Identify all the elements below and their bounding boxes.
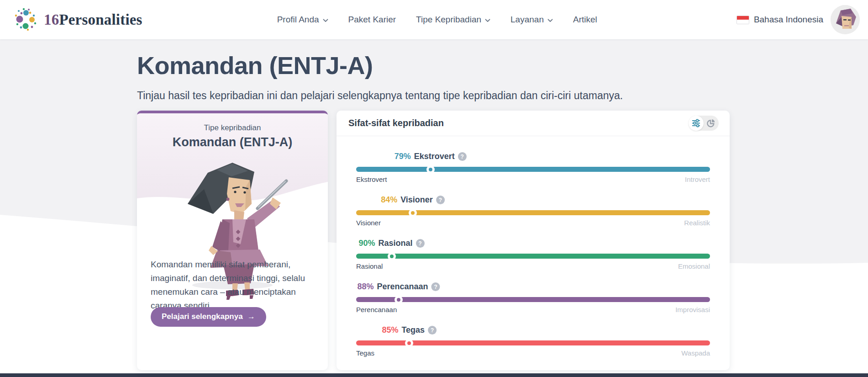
trait-slider-bar[interactable] <box>356 297 710 302</box>
trait-end-labels: Visioner Realistik <box>356 219 710 227</box>
nav-item[interactable]: Tipe Kepribadian <box>416 15 490 25</box>
trait-row: 79% Ekstrovert ? Ekstrovert Introvert <box>356 152 710 185</box>
avatar-character-icon <box>831 5 860 34</box>
arrow-right-icon: → <box>247 312 255 321</box>
nav-item-label: Tipe Kepribadian <box>416 15 481 25</box>
user-avatar[interactable] <box>831 5 860 34</box>
traits-card-title: Sifat-sifat kepribadian <box>348 118 444 128</box>
trait-row: 85% Tegas ? Tegas Waspada <box>356 325 710 358</box>
nav-item[interactable]: Artikel <box>573 15 597 25</box>
trait-slider-bar[interactable] <box>356 210 710 215</box>
trait-right-label: Waspada <box>681 349 710 357</box>
trait-right-label: Introvert <box>685 175 710 183</box>
pie-chart-icon <box>707 119 715 127</box>
type-card-title: Komandan (ENTJ-A) <box>137 135 328 149</box>
page: 16Personalities Profil Anda Paket Karier… <box>0 0 868 377</box>
help-icon[interactable]: ? <box>436 196 445 204</box>
content-cards: Tipe kepribadian Komandan (ENTJ-A) <box>137 111 730 370</box>
learn-more-label: Pelajari selengkapnya <box>162 312 243 321</box>
trait-slider-marker[interactable] <box>426 165 435 174</box>
page-subtitle: Tinjau hasil tes kepribadian ini dan pel… <box>137 90 623 102</box>
trait-header: 84% Visioner ? <box>381 195 445 205</box>
trait-row: 84% Visioner ? Visioner Realistik <box>356 195 710 228</box>
help-icon[interactable]: ? <box>458 152 467 161</box>
trait-end-labels: Ekstrovert Introvert <box>356 175 710 183</box>
trait-slider-bar[interactable] <box>356 340 710 345</box>
language-label: Bahasa Indonesia <box>754 15 823 25</box>
trait-right-label: Realistik <box>684 219 710 227</box>
personality-traits-card: Sifat-sifat kepribadian <box>337 111 730 370</box>
trait-slider-marker[interactable] <box>405 339 413 347</box>
logo-dots-icon <box>14 7 38 32</box>
nav-item[interactable]: Layanan <box>510 15 553 25</box>
brand-wordmark: 16Personalities <box>44 11 142 28</box>
trait-percent: 85% <box>382 325 398 335</box>
trait-percent: 79% <box>395 152 411 161</box>
main-nav: Profil Anda Paket Karier Tipe Kepribadia… <box>277 15 597 25</box>
nav-item-label: Layanan <box>510 15 544 25</box>
nav-item-label: Artikel <box>573 15 597 25</box>
trait-slider-marker[interactable] <box>395 296 403 304</box>
header-right: Bahasa Indonesia <box>736 5 860 34</box>
trait-name: Perencanaan <box>377 282 428 292</box>
traits-card-header: Sifat-sifat kepribadian <box>337 111 730 136</box>
trait-right-label: Improvisasi <box>675 306 710 313</box>
chart-view-toggle <box>689 116 719 131</box>
help-icon[interactable]: ? <box>428 326 437 335</box>
trait-name: Ekstrovert <box>414 152 455 161</box>
trait-row: 90% Rasional ? Rasional Emosional <box>356 239 710 271</box>
personality-type-card: Tipe kepribadian Komandan (ENTJ-A) <box>137 111 328 370</box>
nav-item-label: Profil Anda <box>277 15 319 25</box>
trait-left-label: Tegas <box>356 349 374 357</box>
chevron-down-icon <box>323 19 328 22</box>
pie-view-button[interactable] <box>704 116 719 131</box>
page-title: Komandan (ENTJ-A) <box>137 51 373 80</box>
trait-percent: 84% <box>381 195 397 205</box>
trait-left-label: Rasional <box>356 262 383 270</box>
chevron-down-icon <box>547 19 553 22</box>
trait-slider-marker[interactable] <box>388 252 396 260</box>
trait-right-label: Emosional <box>678 262 710 270</box>
trait-end-labels: Rasional Emosional <box>356 262 710 270</box>
nav-item-label: Paket Karier <box>348 15 396 25</box>
nav-item[interactable]: Profil Anda <box>277 15 328 25</box>
trait-percent: 88% <box>357 282 374 292</box>
trait-row: 88% Perencanaan ? Perencanaan Improvisas… <box>356 282 710 315</box>
trait-name: Visioner <box>400 195 433 205</box>
help-icon[interactable]: ? <box>431 282 440 291</box>
learn-more-button[interactable]: Pelajari selengkapnya → <box>151 307 266 327</box>
brand-logo[interactable]: 16Personalities <box>14 7 142 32</box>
trait-end-labels: Perencanaan Improvisasi <box>356 306 710 313</box>
nav-item[interactable]: Paket Karier <box>348 15 396 25</box>
indonesia-flag-icon <box>736 16 749 24</box>
trait-slider-bar[interactable] <box>356 167 710 172</box>
trait-name: Rasional <box>379 239 413 248</box>
sliders-view-button[interactable] <box>689 116 704 131</box>
trait-left-label: Ekstrovert <box>356 175 387 183</box>
trait-percent: 90% <box>358 239 375 248</box>
trait-name: Tegas <box>401 325 425 335</box>
trait-left-label: Perencanaan <box>356 306 397 313</box>
chevron-down-icon <box>485 19 490 22</box>
help-icon[interactable]: ? <box>416 239 425 248</box>
trait-header: 88% Perencanaan ? <box>357 282 440 292</box>
top-navbar: 16Personalities Profil Anda Paket Karier… <box>0 0 868 39</box>
trait-left-label: Visioner <box>356 219 381 227</box>
trait-end-labels: Tegas Waspada <box>356 349 710 357</box>
footer-bar <box>0 373 868 377</box>
trait-header: 90% Rasional ? <box>358 239 424 248</box>
trait-header: 85% Tegas ? <box>382 325 437 335</box>
language-selector[interactable]: Bahasa Indonesia <box>736 15 823 25</box>
sliders-icon <box>692 119 700 127</box>
trait-slider-bar[interactable] <box>356 254 710 259</box>
trait-header: 79% Ekstrovert ? <box>395 152 467 161</box>
trait-slider-marker[interactable] <box>409 209 417 217</box>
type-description: Komandan memiliki sifat pemberani, imagi… <box>151 258 316 313</box>
traits-list: 79% Ekstrovert ? Ekstrovert Introvert 84… <box>337 136 730 358</box>
type-card-eyebrow: Tipe kepribadian <box>137 113 328 133</box>
